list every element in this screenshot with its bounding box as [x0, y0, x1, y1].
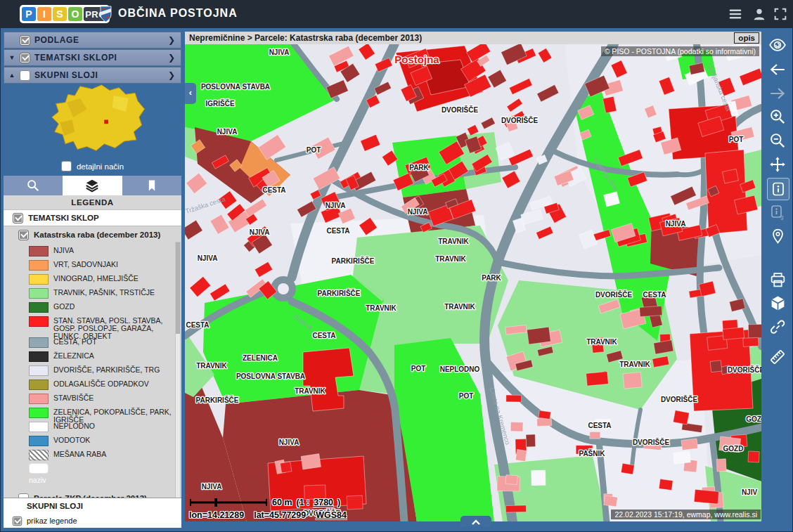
map-label: TRAVNIK	[435, 255, 466, 263]
legend-swatch	[29, 274, 49, 285]
thematic-group-row[interactable]: TEMATSKI SKLOP	[4, 210, 181, 226]
layer-katastrska-checkbox[interactable]	[18, 230, 29, 240]
sidebar-panel-tematski-sklopi[interactable]: ▼TEMATSKI SKLOPI❯	[4, 49, 181, 66]
naziv-label: naziv	[29, 476, 181, 484]
map-canvas[interactable]: Tržaška cestaVojkova ulicaCesta na Kreme…	[185, 44, 761, 521]
map-label: POT	[459, 392, 474, 400]
thematic-group-checkbox[interactable]	[13, 213, 23, 223]
map-label: DVORIŠČE	[501, 116, 539, 124]
legend-swatch	[29, 365, 49, 376]
legend-swatch	[29, 288, 49, 299]
layer-katastrska-label: Katastrska raba (december 2013)	[34, 231, 160, 239]
legend-label: NEPLODNO	[53, 421, 173, 430]
legend-item: TRAVNIK, PAŠNIK, TRSTIČJE	[29, 287, 181, 301]
legend-item: STAVBIŠČE	[29, 393, 181, 407]
layer-panels: PODLAGE❯▼TEMATSKI SKLOPI❯▲SKUPNI SLOJI❯	[4, 32, 181, 84]
map-label: IGRIŠČE	[205, 99, 234, 108]
measure-ruler-button[interactable]	[767, 346, 788, 368]
sidebar-collapse-tab[interactable]: ‹	[185, 83, 196, 104]
cube-3d-button[interactable]	[767, 292, 788, 313]
legend-label: CESTA, POT	[53, 337, 173, 346]
legend-swatch	[29, 337, 49, 348]
detail-mode-checkbox[interactable]	[61, 161, 72, 171]
map-label: DVORIŠČE	[728, 365, 761, 374]
map-label: POT	[729, 136, 744, 143]
panel-checkbox[interactable]	[20, 53, 30, 63]
user-icon[interactable]	[751, 6, 768, 22]
bookmark-icon	[145, 179, 159, 193]
legend-label: DVORIŠČE, PARKIRIŠČE, TRG	[53, 365, 173, 374]
legend-toggle-label: prikaz legende	[27, 517, 77, 525]
legend-toggle-checkbox[interactable]	[13, 516, 22, 526]
panel-checkbox[interactable]	[20, 70, 30, 81]
tab-layers[interactable]	[63, 176, 122, 195]
legend-label: VODOTOK	[53, 435, 173, 444]
map-label: GOZ	[746, 415, 761, 423]
expand-triangle-icon[interactable]: ▲	[4, 72, 20, 79]
legend-label: GOZD	[53, 301, 173, 311]
map-label: PARK	[482, 274, 501, 282]
datum-link[interactable]: WGS84	[316, 510, 347, 520]
piso-pro-logo[interactable]: P I S O PRO	[20, 5, 110, 23]
location-pin-button[interactable]	[767, 226, 788, 247]
chevron-right-icon[interactable]: ❯	[168, 53, 175, 63]
scale-ratio-pre: (1 :	[297, 498, 310, 507]
tab-search[interactable]	[4, 176, 63, 195]
link-button[interactable]	[767, 316, 788, 337]
map-label: CESTA	[588, 422, 611, 429]
legend-scrollbar[interactable]	[175, 242, 181, 527]
pan-button[interactable]	[767, 154, 788, 175]
legend-toggle-row[interactable]: prikaz legende	[4, 514, 181, 528]
sidebar-panel-podlage[interactable]: PODLAGE❯	[4, 32, 181, 48]
chevron-up-icon	[471, 519, 481, 526]
overview-location-marker	[104, 119, 108, 124]
detail-mode-label: detajlni način	[77, 162, 124, 171]
scale-distance: 60 m	[272, 498, 292, 507]
info-tool-button[interactable]	[767, 178, 789, 200]
overview-municipality-map[interactable]	[37, 82, 150, 156]
back-arrow-button[interactable]	[767, 59, 788, 80]
tab-bookmarks[interactable]	[122, 176, 181, 195]
scale-bar: 60 m (1 : 3780 )	[189, 498, 340, 507]
legend-swatch	[29, 394, 49, 404]
bottom-panel-tab[interactable]	[460, 516, 491, 526]
fullscreen-icon[interactable]	[772, 6, 789, 22]
map-attribution: © PISO - POSTOJNA (podatki so informativ…	[601, 46, 759, 56]
map-label: DVORIŠČE	[441, 105, 479, 114]
legend-label: MEŠANA RABA	[53, 449, 173, 458]
opis-button[interactable]: opis	[734, 32, 759, 44]
skupni-sloji-header[interactable]: SKUPNI SLOJI	[4, 498, 181, 514]
layer-row-katastrska[interactable]: Katastrska raba (december 2013)	[4, 226, 181, 243]
legend-panel: LEGENDA TEMATSKI SKLOP Katastrska raba (…	[4, 195, 181, 528]
municipality-title: OBČINA POSTOJNA	[118, 7, 238, 20]
map-label: POSLOVNA STAVBA	[201, 83, 270, 91]
menu-icon[interactable]	[727, 6, 744, 22]
expand-triangle-icon[interactable]: ▼	[4, 54, 20, 61]
chevron-right-icon[interactable]: ❯	[168, 35, 175, 45]
panel-checkbox[interactable]	[20, 35, 30, 46]
scale-ratio-value[interactable]: 3780	[314, 498, 333, 507]
forward-arrow-button[interactable]	[767, 83, 788, 104]
map-label: CESTA	[326, 227, 349, 235]
legend-item: ODLAGALIŠČE ODPADKOV	[29, 379, 181, 393]
print-button[interactable]	[767, 269, 788, 290]
latitude-value: lat=45.77299	[254, 510, 306, 520]
zoom-out-button[interactable]	[767, 130, 788, 151]
chevron-right-icon[interactable]: ❯	[168, 70, 175, 80]
legend-item: VRT, SADOVNJAKI	[29, 259, 181, 273]
zoom-in-button[interactable]	[767, 106, 788, 127]
breadcrumb-bar: Nepremičnine > Parcele: Katastrska raba …	[185, 32, 761, 45]
map-label: NJIVA	[217, 128, 238, 136]
logo-letter: O	[68, 7, 82, 21]
logo-letter: P	[22, 7, 36, 21]
map-label: DVORIŠČE	[633, 438, 670, 446]
map-label: POSLOVNA STAVBA	[236, 372, 305, 380]
map-label: PARKIRIŠČE	[332, 257, 375, 265]
map-label: TRAVNIK	[295, 387, 325, 395]
visible-layers-eye-button[interactable]	[767, 34, 788, 56]
coordinates-readout: lon=14.21289 lat=45.77299 WGS84	[189, 510, 347, 520]
legend-item: ŽELEZNICA	[29, 351, 181, 365]
group-info-tool-button[interactable]: g	[767, 202, 788, 223]
longitude-value: lon=14.21289	[189, 510, 244, 520]
app-header: P I S O PRO OBČINA POSTOJNA	[0, 0, 793, 28]
